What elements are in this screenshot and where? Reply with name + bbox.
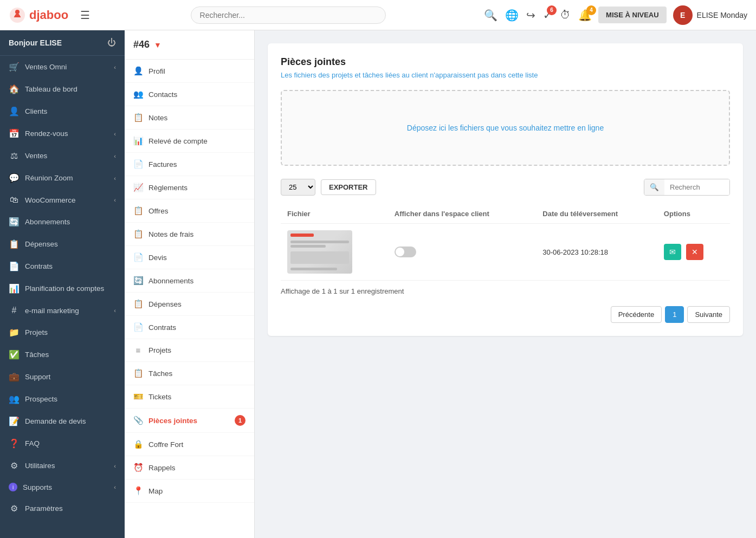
menu-label-contrats: Contrats [148, 323, 176, 332]
pagination: Précédente 1 Suivante [281, 306, 730, 323]
toggle-switch[interactable] [395, 247, 416, 257]
sidebar-label-woo: WooCommerce [25, 196, 76, 204]
sidebar-item-clients[interactable]: 👤Clients [0, 100, 125, 122]
per-page-select[interactable]: 25 10 50 100 [281, 179, 315, 196]
power-icon[interactable]: ⏻ [107, 38, 116, 48]
menu-item-devis[interactable]: 📄 Devis [125, 246, 254, 269]
topnav: djaboo ☰ 🔍 🌐 ↪ ✓ 6 ⏱ 🔔 4 MISE À NIVEAU E… [0, 0, 756, 30]
sidebar-item-ventes[interactable]: ⚖Ventes ‹ [0, 145, 125, 167]
delete-file-button[interactable]: ✕ [686, 244, 703, 260]
hamburger-icon[interactable]: ☰ [80, 9, 90, 22]
sidebar-item-abonnements[interactable]: 🔄Abonnements [0, 211, 125, 233]
sidebar-item-planification[interactable]: 📊Planification de comptes [0, 277, 125, 300]
menu-item-coffre[interactable]: 🔒 Coffre Fort [125, 433, 254, 456]
sidebar-label-tableau: Tableau de bord [25, 85, 77, 93]
table-search-input[interactable] [664, 179, 729, 195]
sidebar-item-tableau[interactable]: 🏠Tableau de bord [0, 78, 125, 100]
menu-item-rappels[interactable]: ⏰ Rappels [125, 456, 254, 479]
user-area[interactable]: E ELISE Monday [673, 5, 747, 25]
menu-label-coffre: Coffre Fort [148, 440, 183, 449]
bell-icon[interactable]: 🔔 4 [578, 9, 592, 22]
sidebar-item-support[interactable]: 💼Support [0, 366, 125, 388]
offres-icon: 📋 [133, 206, 143, 216]
table-row: 30-06-2023 10:28:18 ✉ ✕ [281, 224, 730, 281]
clock-icon[interactable]: ⏱ [560, 9, 571, 21]
rdv-icon: 📅 [9, 128, 20, 139]
sidebar-item-faq[interactable]: ❓FAQ [0, 432, 125, 455]
card-title: Pièces jointes [281, 56, 730, 68]
ventes-icon: ⚖ [9, 151, 20, 161]
sidebar-item-parametres[interactable]: ⚙Paramètres [0, 497, 125, 520]
chevron-icon: ‹ [114, 64, 116, 70]
reglements-icon: 📈 [133, 183, 143, 192]
sidebar-item-ventes-omni[interactable]: 🛒Ventes Omni ‹ [0, 56, 125, 78]
taches-icon: ✅ [9, 349, 20, 360]
depenses-icon: 📋 [9, 239, 20, 249]
globe-icon[interactable]: 🌐 [505, 9, 519, 22]
sidebar-item-projets[interactable]: 📁Projets [0, 321, 125, 343]
menu-item-taches[interactable]: 📋 Tâches [125, 362, 254, 385]
sidebar-item-email[interactable]: #e-mail marketing ‹ [0, 300, 125, 321]
menu-item-depenses[interactable]: 📋 Dépenses [125, 293, 254, 316]
menu-item-releve[interactable]: 📊 Relevé de compte [125, 129, 254, 153]
menu-item-profil[interactable]: 👤 Profil [125, 60, 254, 83]
share-icon[interactable]: ↪ [526, 9, 535, 22]
menu-item-notes-frais[interactable]: 📋 Notes de frais [125, 223, 254, 246]
logo-text: djaboo [29, 8, 68, 22]
upgrade-button[interactable]: MISE À NIVEAU [598, 7, 667, 23]
menu-label-reglements: Règlements [148, 184, 188, 192]
sidebar-label-supports: Supports [23, 483, 52, 491]
menu-item-projets[interactable]: ≡ Projets [125, 339, 254, 362]
menu-item-contrats[interactable]: 📄 Contrats [125, 316, 254, 339]
date-cell: 30-06-2023 10:28:18 [536, 224, 657, 281]
main-content: Pièces jointes Les fichiers des projets … [255, 30, 756, 538]
email-file-button[interactable]: ✉ [664, 244, 681, 260]
svg-point-1 [15, 10, 20, 14]
chevron-icon: ‹ [114, 484, 116, 490]
search-nav-icon[interactable]: 🔍 [484, 9, 497, 22]
menu-item-offres[interactable]: 📋 Offres [125, 199, 254, 223]
prev-page-button[interactable]: Précédente [611, 306, 662, 323]
search-input[interactable] [191, 7, 386, 24]
sidebar-item-depenses[interactable]: 📋Dépenses [0, 233, 125, 255]
record-dropdown-icon[interactable]: ▼ [154, 41, 161, 49]
search-box: 🔍 [644, 179, 730, 196]
sidebar-item-supports[interactable]: i Supports ‹ [0, 477, 125, 497]
menu-item-map[interactable]: 📍 Map [125, 479, 254, 503]
menu-item-abonnements[interactable]: 🔄 Abonnements [125, 269, 254, 293]
menu-item-factures[interactable]: 📄 Factures [125, 153, 254, 176]
sidebar-label-contrats: Contrats [25, 262, 53, 270]
sidebar-item-reunion-zoom[interactable]: 💬Réunion Zoom ‹ [0, 167, 125, 189]
chevron-icon: ‹ [114, 197, 116, 203]
devis-menu-icon: 📄 [133, 252, 143, 262]
toggle-cell [388, 224, 536, 281]
table-search-icon[interactable]: 🔍 [644, 179, 664, 195]
reunion-zoom-icon: 💬 [9, 173, 20, 183]
menu-label-abonnements: Abonnements [148, 277, 193, 285]
sidebar-item-devis[interactable]: 📝Demande de devis [0, 410, 125, 432]
drop-zone[interactable]: Déposez ici les fichiers que vous souhai… [281, 90, 730, 166]
current-page-button[interactable]: 1 [665, 306, 684, 323]
col-options: Options [657, 204, 730, 224]
sidebar-item-prospects[interactable]: 👥Prospects [0, 388, 125, 410]
record-number: #46 [133, 39, 150, 50]
sidebar-item-utilitaires[interactable]: ⚙Utilitaires ‹ [0, 455, 125, 477]
notes-frais-icon: 📋 [133, 229, 143, 239]
menu-item-tickets[interactable]: 🎫 Tickets [125, 385, 254, 409]
sidebar-item-contrats[interactable]: 📄Contrats [0, 255, 125, 277]
sidebar-item-taches[interactable]: ✅Tâches [0, 343, 125, 366]
clients-icon: 👤 [9, 106, 20, 116]
sidebar-item-woo[interactable]: 🛍WooCommerce ‹ [0, 189, 125, 211]
menu-item-reglements[interactable]: 📈 Règlements [125, 176, 254, 199]
export-button[interactable]: EXPORTER [321, 179, 376, 195]
tableau-icon: 🏠 [9, 84, 20, 94]
col-afficher: Afficher dans l'espace client [388, 204, 536, 224]
tasks-icon[interactable]: ✓ 6 [543, 9, 552, 22]
menu-item-pieces-jointes[interactable]: 📎 Pièces jointes 1 [125, 409, 254, 433]
factures-icon: 📄 [133, 159, 143, 169]
sidebar-label-abonnements: Abonnements [25, 218, 70, 226]
next-page-button[interactable]: Suivante [687, 306, 730, 323]
menu-item-contacts[interactable]: 👥 Contacts [125, 83, 254, 106]
sidebar-item-rdv[interactable]: 📅Rendez-vous ‹ [0, 122, 125, 145]
menu-item-notes[interactable]: 📋 Notes [125, 106, 254, 129]
